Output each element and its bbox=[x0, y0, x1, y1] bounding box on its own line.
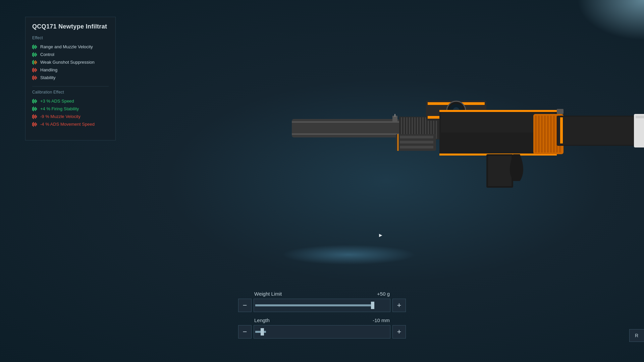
svg-rect-20 bbox=[32, 76, 33, 79]
svg-rect-27 bbox=[34, 100, 35, 103]
effect-text: Control bbox=[40, 52, 54, 57]
length-slider-track[interactable] bbox=[254, 325, 390, 339]
stat-icon-red bbox=[32, 122, 38, 127]
svg-rect-30 bbox=[32, 107, 33, 111]
length-slider-controls: − + bbox=[238, 325, 406, 339]
info-panel: QCQ171 Newtype Infiltrat Effect Range an… bbox=[25, 17, 116, 140]
weight-slider-track[interactable] bbox=[254, 299, 390, 312]
weight-increase-button[interactable]: + bbox=[392, 299, 406, 312]
weight-slider-fill bbox=[255, 304, 373, 306]
svg-rect-39 bbox=[36, 116, 37, 118]
svg-rect-81 bbox=[538, 116, 540, 153]
svg-rect-70 bbox=[397, 134, 398, 151]
bottom-controls: Weight Limit +50 g − + Length -10 mm − + bbox=[238, 291, 406, 339]
svg-rect-32 bbox=[34, 108, 35, 110]
svg-rect-17 bbox=[34, 69, 35, 71]
stat-icon-green bbox=[32, 99, 38, 104]
svg-rect-82 bbox=[541, 116, 543, 153]
svg-rect-43 bbox=[35, 122, 36, 126]
calib-item: -9 % Muzzle Velocity bbox=[32, 113, 109, 120]
calib-item: -4 % ADS Movement Speed bbox=[32, 120, 109, 128]
effect-item: Control bbox=[32, 51, 109, 58]
svg-rect-6 bbox=[33, 52, 34, 57]
svg-rect-14 bbox=[36, 61, 37, 63]
svg-rect-35 bbox=[32, 115, 33, 118]
svg-rect-83 bbox=[544, 116, 546, 153]
calib-text: -4 % ADS Movement Speed bbox=[40, 122, 95, 127]
svg-rect-73 bbox=[400, 146, 433, 148]
effect-item: Handling bbox=[32, 66, 109, 74]
svg-rect-18 bbox=[35, 68, 36, 72]
length-slider-thumb[interactable] bbox=[261, 328, 264, 336]
svg-rect-91 bbox=[560, 117, 563, 143]
weight-slider-value: +50 g bbox=[377, 291, 390, 297]
section-divider bbox=[32, 86, 109, 86]
svg-rect-41 bbox=[33, 122, 34, 127]
length-decrease-button[interactable]: − bbox=[238, 325, 252, 339]
length-slider-header: Length -10 mm bbox=[238, 317, 406, 323]
effect-text: Weak Gunshot Suppression bbox=[40, 60, 95, 65]
svg-rect-24 bbox=[36, 77, 37, 79]
length-slider-row: Length -10 mm − + bbox=[238, 317, 406, 339]
svg-rect-84 bbox=[547, 116, 549, 153]
svg-rect-42 bbox=[34, 123, 35, 126]
svg-rect-25 bbox=[32, 100, 33, 103]
weight-slider-row: Weight Limit +50 g − + bbox=[238, 291, 406, 312]
svg-rect-85 bbox=[550, 116, 552, 153]
effect-list: Range and Muzzle Velocity Control bbox=[32, 43, 109, 81]
svg-rect-16 bbox=[33, 68, 34, 72]
svg-rect-7 bbox=[34, 53, 35, 56]
weight-slider-thumb[interactable] bbox=[371, 302, 374, 309]
svg-rect-19 bbox=[36, 69, 37, 71]
svg-rect-80 bbox=[535, 116, 537, 153]
effect-item: Weak Gunshot Suppression bbox=[32, 58, 109, 66]
svg-rect-21 bbox=[33, 75, 34, 80]
stat-icon-green bbox=[32, 45, 38, 49]
weapon-title: QCQ171 Newtype Infiltrat bbox=[32, 23, 109, 30]
svg-rect-34 bbox=[36, 108, 37, 110]
svg-rect-96 bbox=[488, 156, 512, 186]
length-increase-button[interactable]: + bbox=[392, 325, 406, 339]
stat-icon-green bbox=[32, 52, 38, 57]
svg-rect-28 bbox=[35, 99, 36, 103]
svg-rect-15 bbox=[32, 68, 33, 72]
svg-rect-86 bbox=[553, 116, 555, 153]
calibration-section: Calibration Effect +3 % ADS Speed bbox=[32, 90, 109, 128]
svg-rect-2 bbox=[34, 46, 35, 48]
weight-decrease-button[interactable]: − bbox=[238, 299, 252, 312]
svg-rect-93 bbox=[634, 114, 644, 147]
svg-rect-8 bbox=[35, 53, 36, 57]
svg-rect-26 bbox=[33, 99, 34, 104]
gun-glow bbox=[282, 245, 416, 265]
corner-button[interactable]: R bbox=[629, 329, 644, 342]
svg-rect-3 bbox=[35, 45, 36, 49]
calib-text: +3 % ADS Speed bbox=[40, 99, 74, 104]
stat-icon-red bbox=[32, 114, 38, 119]
length-slider-label: Length bbox=[254, 317, 270, 323]
svg-rect-90 bbox=[557, 117, 639, 145]
calibration-list: +3 % ADS Speed +4 % Firing Stability bbox=[32, 97, 109, 128]
svg-rect-77 bbox=[439, 110, 557, 112]
svg-rect-29 bbox=[36, 100, 37, 102]
stat-icon-red bbox=[32, 68, 38, 72]
effect-item: Stability bbox=[32, 74, 109, 81]
effect-item: Range and Muzzle Velocity bbox=[32, 43, 109, 51]
svg-rect-13 bbox=[35, 60, 36, 64]
svg-rect-94 bbox=[636, 116, 644, 118]
svg-rect-71 bbox=[400, 136, 433, 138]
svg-rect-44 bbox=[36, 123, 37, 125]
top-right-light bbox=[577, 0, 644, 40]
svg-rect-40 bbox=[32, 123, 33, 126]
stat-icon-mixed bbox=[32, 60, 38, 65]
svg-rect-10 bbox=[32, 61, 33, 64]
svg-rect-38 bbox=[35, 115, 36, 119]
svg-rect-5 bbox=[32, 53, 33, 56]
svg-rect-12 bbox=[34, 61, 35, 64]
svg-rect-22 bbox=[34, 76, 35, 79]
effect-text: Handling bbox=[40, 67, 57, 72]
calib-text: -9 % Muzzle Velocity bbox=[40, 114, 80, 119]
length-slider-value: -10 mm bbox=[373, 317, 390, 323]
svg-rect-33 bbox=[35, 107, 36, 111]
svg-rect-72 bbox=[400, 141, 433, 143]
weight-slider-controls: − + bbox=[238, 299, 406, 312]
